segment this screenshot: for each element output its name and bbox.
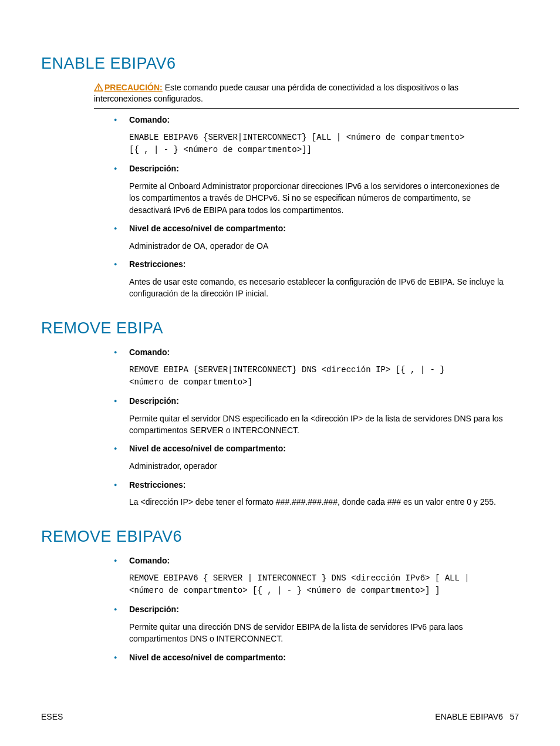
section-title-remove-ebipa: REMOVE EBIPA: [41, 318, 519, 339]
item-label: Nivel de acceso/nivel de compartmento:: [129, 224, 286, 233]
command-code: REMOVE EBIPAV6 { SERVER | INTERCONNECT }…: [129, 572, 507, 597]
item-label: Comando:: [129, 556, 170, 565]
list-item: Nivel de acceso/nivel de compartmento:: [110, 652, 507, 663]
item-label: Comando:: [129, 347, 170, 357]
item-label: Descripción:: [129, 605, 179, 614]
command-list: Comando: REMOVE EBIPA {SERVER|INTERCONNE…: [41, 347, 519, 508]
item-label: Nivel de acceso/nivel de compartmento:: [129, 444, 286, 453]
item-body: Administrador de OA, operador de OA: [129, 240, 507, 252]
list-item: Descripción: Permite quitar el servidor …: [110, 396, 507, 436]
command-list: Comando: ENABLE EBIPAV6 {SERVER|INTERCON…: [41, 114, 519, 299]
command-list: Comando: REMOVE EBIPAV6 { SERVER | INTER…: [41, 555, 519, 663]
list-item: Descripción: Permite al Onboard Administ…: [110, 163, 507, 216]
item-label: Nivel de acceso/nivel de compartmento:: [129, 653, 286, 662]
command-code: REMOVE EBIPA {SERVER|INTERCONNECT} DNS <…: [129, 364, 507, 389]
list-item: Nivel de acceso/nivel de compartmento: A…: [110, 443, 507, 472]
item-label: Descripción:: [129, 396, 179, 406]
list-item: Comando: REMOVE EBIPAV6 { SERVER | INTER…: [110, 555, 507, 597]
svg-point-1: [98, 90, 99, 91]
item-label: Restricciones:: [129, 480, 185, 490]
list-item: Nivel de acceso/nivel de compartmento: A…: [110, 223, 507, 252]
item-label: Descripción:: [129, 164, 179, 173]
list-item: Comando: ENABLE EBIPAV6 {SERVER|INTERCON…: [110, 114, 507, 156]
section-title-remove-ebipav6: REMOVE EBIPAV6: [41, 526, 519, 547]
command-code: ENABLE EBIPAV6 {SERVER|INTERCONNECT} [AL…: [129, 131, 507, 156]
item-body: Administrador, operador: [129, 460, 507, 472]
list-item: Restricciones: La <dirección IP> debe te…: [110, 480, 507, 508]
warning-triangle-icon: [94, 83, 103, 92]
item-body: La <dirección IP> debe tener el formato …: [129, 496, 507, 508]
item-label: Comando:: [129, 115, 170, 124]
caution-label: PRECAUCIÓN:: [104, 83, 163, 92]
item-body: Permite quitar el servidor DNS especific…: [129, 413, 507, 437]
list-item: Descripción: Permite quitar una direcció…: [110, 604, 507, 644]
item-body: Permite al Onboard Administrator proporc…: [129, 180, 507, 216]
list-item: Comando: REMOVE EBIPA {SERVER|INTERCONNE…: [110, 347, 507, 389]
item-label: Restricciones:: [129, 259, 185, 269]
list-item: Restricciones: Antes de usar este comand…: [110, 259, 507, 299]
item-body: Permite quitar una dirección DNS de serv…: [129, 621, 507, 645]
item-body: Antes de usar este comando, es necesario…: [129, 276, 507, 300]
section-title-enable-ebipav6: ENABLE EBIPAV6: [41, 53, 519, 74]
divider: [94, 108, 519, 109]
caution-block: PRECAUCIÓN: Este comando puede causar un…: [94, 82, 519, 104]
